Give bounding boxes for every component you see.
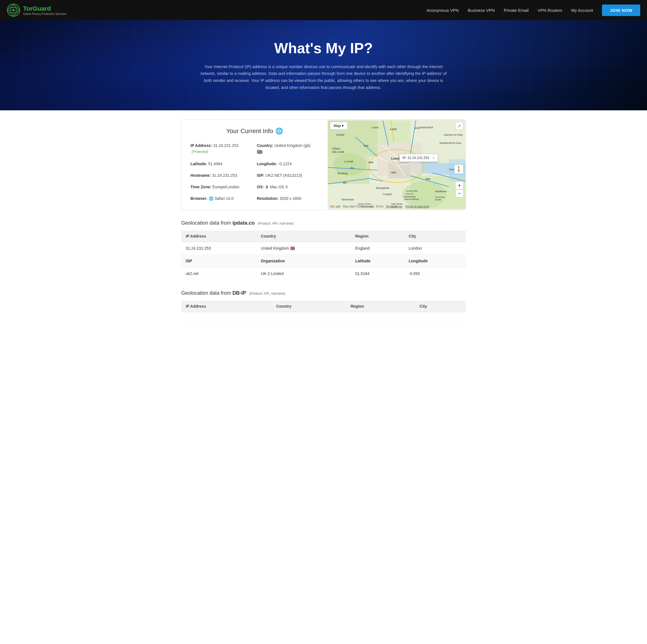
table-header-row-1: IP Address Country Region City — [181, 231, 466, 242]
value-browser: Safari 14.0 — [214, 196, 233, 201]
map-footer: Google Map data ©2020 Google 20 km Terms… — [330, 205, 429, 208]
flag-icon: 🇬🇧 — [257, 149, 263, 154]
svg-text:M40: M40 — [363, 144, 368, 147]
svg-text:Oxford: Oxford — [336, 133, 344, 136]
cell-country-1: United Kingdom 🇬🇧 — [256, 242, 351, 255]
table-header-row-2: IP Address Country Region City — [181, 301, 466, 312]
cell-ip-1: 31.24.231.253 — [181, 242, 256, 255]
svg-text:AONB: AONB — [435, 198, 441, 201]
svg-text:Area of: Area of — [406, 193, 413, 195]
table-row: uk2.net UK-2 Limited 51.5164 -0.093 — [181, 267, 466, 280]
value-lat: 51.4964 — [208, 162, 222, 166]
cell-lng-value: -0.093 — [404, 267, 466, 280]
logo-icon — [7, 3, 20, 17]
join-now-button[interactable]: JOIN NOW — [602, 4, 640, 16]
col-ip-header: IP Address — [181, 231, 256, 242]
geo-heading-text-1: Geolocation data from — [181, 220, 231, 226]
value-tz: Europe/London — [212, 185, 239, 189]
info-latitude: Latitude: 51.4964 — [191, 161, 252, 167]
current-info-card: Your Current Info 🌐 IP Address: 31.24.23… — [181, 119, 466, 210]
hero-description: Your Internet Protocol (IP) address is a… — [200, 63, 447, 91]
col-region-header: Region — [351, 231, 404, 242]
svg-text:Maidstone: Maidstone — [435, 190, 447, 193]
svg-rect-15 — [388, 162, 411, 179]
cell-lat-value: 51.5164 — [351, 267, 404, 280]
map-dropdown-icon: ▾ — [342, 124, 344, 128]
cell-isp-value: uk2.net — [181, 267, 256, 280]
svg-text:Chelmsford: Chelmsford — [419, 126, 433, 129]
nav-links: Anonymous VPN Business VPN Private Email… — [427, 4, 640, 16]
info-title: Your Current Info 🌐 — [191, 128, 319, 135]
cell-region-1: England — [351, 242, 404, 255]
map-terms: Terms of Use Report a map error — [386, 205, 429, 208]
map-controls: Map ▾ — [330, 122, 347, 129]
map-fullscreen-button[interactable]: ⤢ — [455, 122, 463, 130]
pin-tooltip-close[interactable]: ✕ — [432, 156, 435, 159]
dbip-empty-2 — [272, 312, 346, 323]
svg-text:Reading: Reading — [337, 172, 348, 175]
info-title-text: Your Current Info — [226, 128, 273, 135]
label-ip: IP Address: — [191, 143, 213, 148]
terms-of-use-link[interactable]: Terms of Use — [386, 205, 402, 208]
label-res: Resolution: — [257, 196, 280, 201]
protected-badge: (Protected) — [192, 150, 208, 154]
geo-badge-2: (Product: API, real-time) — [249, 292, 285, 296]
svg-text:Surrey Hills: Surrey Hills — [406, 190, 418, 192]
label-browser: Browser: — [191, 196, 209, 201]
svg-text:Winchester: Winchester — [342, 198, 354, 201]
geo-heading-text-2: Geolocation data from — [181, 290, 231, 296]
svg-text:Hills AONB: Hills AONB — [332, 150, 344, 153]
main-content: Your Current Info 🌐 IP Address: 31.24.23… — [174, 110, 473, 342]
nav-anonymous-vpn[interactable]: Anonymous VPN — [427, 8, 459, 13]
logo: TorGuard Online Privacy Protection Servi… — [7, 3, 66, 17]
cell-lat-label: Latitude — [351, 255, 404, 267]
nav-business-vpn[interactable]: Business VPN — [468, 8, 495, 13]
dbip-col-ip: IP Address — [181, 301, 272, 312]
hero-section: What's My IP? Your Internet Protocol (IP… — [0, 20, 647, 110]
street-view-button[interactable]: 🚶 — [454, 165, 463, 174]
svg-text:Clacton-on-Sea: Clacton-on-Sea — [444, 133, 463, 136]
svg-text:Kent Dow...: Kent Dow... — [435, 196, 446, 198]
os-icon: 🖥 — [265, 185, 269, 189]
zoom-in-button[interactable]: + — [455, 182, 463, 189]
map-type-button[interactable]: Map ▾ — [330, 122, 347, 129]
browser-icon: 🌐 — [209, 196, 214, 201]
cell-org-label: Organization — [256, 255, 351, 267]
nav-my-account[interactable]: My Account — [571, 8, 593, 13]
cell-city-1: London — [404, 242, 466, 255]
zoom-out-button[interactable]: − — [455, 189, 463, 197]
info-country: Country: United Kingdom (gb) 🇬🇧 — [257, 143, 319, 155]
cell-lng-label: Longitude — [404, 255, 466, 267]
map-container[interactable]: A1(M) M11 M40 M25 M4 M3 M20 M25 Oxford L… — [328, 120, 465, 210]
label-country: Country: — [257, 143, 274, 148]
svg-text:Luton: Luton — [372, 126, 379, 129]
svg-text:A1(M): A1(M) — [390, 128, 397, 131]
svg-text:Basingstoke: Basingstoke — [376, 187, 389, 189]
label-lat: Latitude: — [191, 162, 208, 166]
pin-tooltip-text: IP: 31.24.231.253 — [403, 156, 429, 160]
brand-tagline: Online Privacy Protection Services — [23, 12, 66, 15]
geo-source-1: ipdata.co — [232, 220, 255, 226]
label-lng: Longitude: — [257, 162, 278, 166]
svg-text:Chiltern: Chiltern — [332, 147, 340, 150]
table-row — [181, 312, 466, 323]
nav-vpn-routers[interactable]: VPN Routers — [537, 8, 562, 13]
geo-heading-dbip: Geolocation data from DB-IP (Product: AP… — [181, 290, 466, 296]
svg-text:M3: M3 — [343, 181, 346, 184]
col-country-header: Country — [256, 231, 351, 242]
hero-title: What's My IP? — [274, 40, 373, 57]
brand-name: TorGuard — [23, 5, 66, 12]
svg-text:M20: M20 — [426, 178, 430, 180]
nav-private-email[interactable]: Private Email — [504, 8, 528, 13]
info-browser: Browser: 🌐 Safari 14.0 — [191, 196, 252, 201]
svg-text:Croydon: Croydon — [383, 193, 392, 196]
geo-heading-ipdata: Geolocation data from ipdata.co (Product… — [181, 220, 466, 226]
value-country: United Kingdom (gb) — [274, 143, 310, 148]
svg-rect-8 — [377, 121, 411, 142]
info-longitude: Longitude: -0.1224 — [257, 161, 319, 167]
dbip-col-city: City — [415, 301, 466, 312]
dbip-empty-1 — [181, 312, 272, 323]
info-os: OS: 🖥 Mac OS X — [257, 184, 319, 190]
report-map-link[interactable]: Report a map error — [405, 205, 429, 208]
navbar: TorGuard Online Privacy Protection Servi… — [0, 0, 647, 20]
